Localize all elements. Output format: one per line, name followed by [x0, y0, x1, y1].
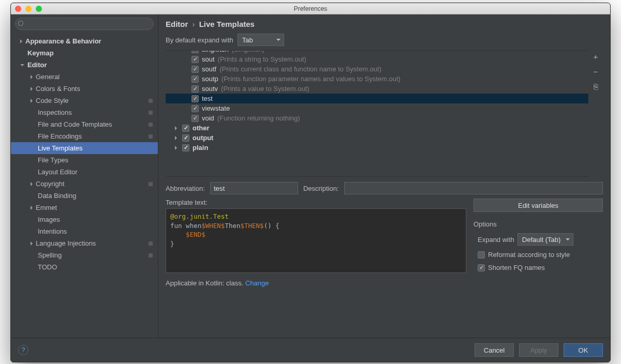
- modified-indicator-icon: [149, 182, 153, 186]
- sidebar-item-label: Copyright: [36, 180, 65, 188]
- template-row[interactable]: soutp (Prints function parameter names a…: [166, 74, 588, 84]
- sidebar-item[interactable]: Editor: [11, 59, 158, 71]
- sidebar-item[interactable]: Keymap: [11, 47, 158, 59]
- template-checkbox[interactable]: [191, 50, 199, 53]
- chevron-right-icon: ›: [193, 20, 195, 28]
- template-desc: (Prints function parameter names and val…: [221, 75, 401, 83]
- sidebar-item-label: Keymap: [27, 49, 54, 57]
- chevron-right-icon: [175, 136, 177, 140]
- list-toolbar: + − ⎘: [588, 50, 603, 177]
- modified-indicator-icon: [149, 123, 153, 127]
- template-desc: (Prints current class and function name …: [219, 65, 381, 73]
- description-input[interactable]: [344, 182, 603, 194]
- template-abbr: viewstate: [202, 104, 230, 112]
- template-group[interactable]: plain: [166, 143, 588, 153]
- sidebar-item[interactable]: Appearance & Behavior: [11, 35, 158, 47]
- chevron-right-icon: [31, 75, 33, 79]
- sidebar-item[interactable]: Live Templates: [11, 142, 158, 154]
- sidebar-item[interactable]: Layout Editor: [11, 166, 158, 178]
- chevron-right-icon: [175, 146, 177, 150]
- expand-with-inline-select[interactable]: Default (Tab): [518, 233, 573, 246]
- remove-button[interactable]: −: [594, 67, 598, 76]
- template-row[interactable]: void (Function returning nothing): [166, 113, 588, 123]
- template-group[interactable]: output: [166, 133, 588, 143]
- sidebar-item[interactable]: File Types: [11, 154, 158, 166]
- template-checkbox[interactable]: [191, 66, 199, 73]
- sidebar-item[interactable]: Colors & Fonts: [11, 83, 158, 95]
- chevron-down-icon: [566, 238, 570, 240]
- dialog-footer: ? Cancel Apply OK: [11, 338, 610, 362]
- applicable-context: Applicable in Kotlin: class. Change: [158, 278, 610, 291]
- sidebar-item[interactable]: General: [11, 71, 158, 83]
- copy-button[interactable]: ⎘: [594, 82, 598, 91]
- sidebar-item-label: File Encodings: [38, 132, 82, 140]
- group-checkbox[interactable]: [182, 134, 189, 142]
- template-checkbox[interactable]: [191, 56, 199, 63]
- sidebar-item[interactable]: File Encodings: [11, 130, 158, 142]
- template-row[interactable]: sout (Prints a string to System.out): [166, 54, 588, 64]
- main-panel: Editor › Live Templates By default expan…: [158, 14, 610, 338]
- group-checkbox[interactable]: [182, 144, 189, 151]
- sidebar-item-label: Intentions: [38, 228, 67, 235]
- options-label: Options: [474, 220, 603, 228]
- chevron-right-icon: [31, 241, 33, 246]
- sidebar-item[interactable]: Data Binding: [11, 190, 158, 202]
- template-checkbox[interactable]: [191, 75, 199, 83]
- template-list[interactable]: singleton (Singleton)sout (Prints a stri…: [166, 50, 588, 177]
- sidebar-item[interactable]: Intentions: [11, 225, 158, 237]
- sidebar-item[interactable]: Code Style: [11, 95, 158, 107]
- apply-button[interactable]: Apply: [519, 343, 558, 357]
- sidebar-item[interactable]: TODO: [11, 261, 158, 273]
- template-row[interactable]: soutv (Prints a value to System.out): [166, 84, 588, 94]
- chevron-right-icon: [20, 39, 22, 43]
- add-button[interactable]: +: [594, 52, 598, 61]
- expand-label: By default expand with: [166, 36, 233, 44]
- template-row[interactable]: test: [166, 94, 588, 103]
- template-checkbox[interactable]: [191, 95, 199, 102]
- template-group[interactable]: other: [166, 123, 588, 133]
- cancel-button[interactable]: Cancel: [475, 343, 514, 357]
- template-row[interactable]: viewstate: [166, 103, 588, 113]
- sidebar-item[interactable]: Spelling: [11, 249, 158, 261]
- group-label: output: [193, 134, 213, 142]
- expand-with-select[interactable]: Tab: [238, 34, 284, 46]
- template-text-label: Template text:: [166, 199, 466, 206]
- change-context-link[interactable]: Change: [245, 279, 269, 287]
- template-row[interactable]: soutf (Prints current class and function…: [166, 64, 588, 74]
- edit-variables-button[interactable]: Edit variables: [474, 199, 603, 212]
- breadcrumb-leaf: Live Templates: [199, 20, 255, 28]
- template-abbr: soutp: [202, 75, 218, 83]
- help-button[interactable]: ?: [18, 345, 28, 355]
- abbreviation-input[interactable]: [210, 182, 298, 194]
- group-label: plain: [193, 144, 208, 151]
- search-input[interactable]: [15, 18, 154, 30]
- group-checkbox[interactable]: [182, 125, 189, 132]
- sidebar-item[interactable]: File and Code Templates: [11, 118, 158, 130]
- reformat-label: Reformat according to style: [488, 251, 570, 259]
- sidebar-item[interactable]: Language Injections: [11, 237, 158, 249]
- template-editor[interactable]: @org.junit.Test fun when$WHEN$Then$THEN$…: [166, 208, 466, 273]
- modified-indicator-icon: [149, 111, 153, 115]
- settings-tree: Appearance & BehaviorKeymapEditorGeneral…: [11, 33, 158, 338]
- template-row[interactable]: singleton (Singleton): [166, 50, 588, 54]
- template-desc: (Singleton): [232, 50, 264, 53]
- sidebar-item-label: Layout Editor: [38, 168, 78, 176]
- ok-button[interactable]: OK: [564, 343, 603, 357]
- abbreviation-label: Abbreviation:: [166, 185, 205, 192]
- template-checkbox[interactable]: [191, 105, 199, 112]
- template-checkbox[interactable]: [191, 85, 199, 93]
- modified-indicator-icon: [149, 241, 153, 246]
- shorten-fq-checkbox[interactable]: [478, 264, 485, 271]
- template-abbr: soutf: [202, 65, 216, 73]
- sidebar-item-label: Spelling: [38, 251, 62, 259]
- sidebar-item[interactable]: Emmet: [11, 202, 158, 214]
- sidebar-item-label: Editor: [27, 61, 47, 69]
- sidebar-item[interactable]: Inspections: [11, 107, 158, 118]
- sidebar-item[interactable]: Copyright: [11, 178, 158, 190]
- sidebar: Appearance & BehaviorKeymapEditorGeneral…: [11, 14, 158, 338]
- reformat-checkbox[interactable]: [478, 251, 485, 259]
- sidebar-item[interactable]: Images: [11, 214, 158, 225]
- chevron-right-icon: [31, 87, 33, 91]
- template-checkbox[interactable]: [191, 115, 199, 122]
- template-abbr: void: [202, 114, 214, 122]
